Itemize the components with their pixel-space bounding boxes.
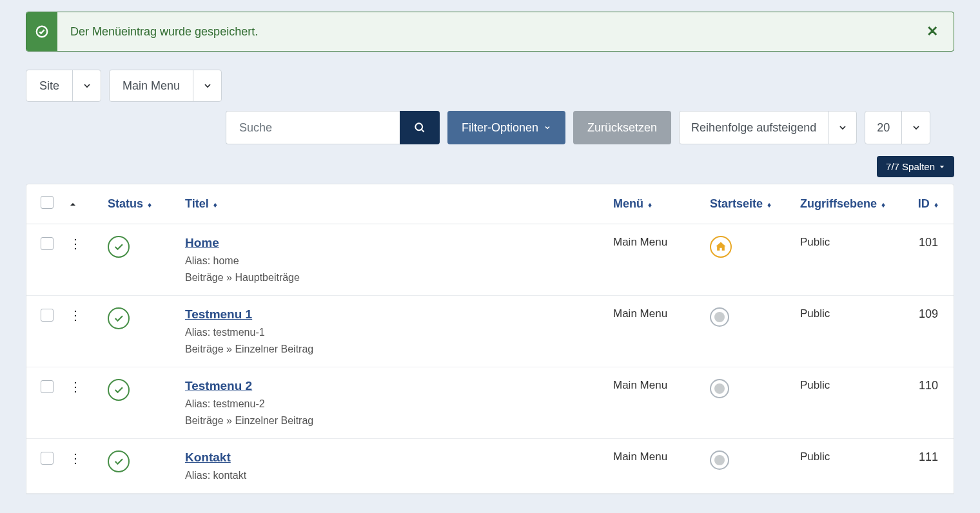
menu-items-table: Status ♦ Titel ♦ Menü ♦ Startseite ♦ Zug… (26, 184, 954, 494)
item-menu: Main Menu (605, 224, 702, 296)
item-alias: Alias: testmenu-2 (185, 398, 598, 410)
chevron-down-icon[interactable] (72, 70, 101, 101)
row-checkbox[interactable] (41, 380, 54, 393)
item-access: Public (792, 224, 908, 296)
item-menu: Main Menu (605, 367, 702, 439)
table-row: ⋮HomeAlias: homeBeiträge » Hauptbeiträge… (26, 224, 954, 296)
item-access: Public (792, 367, 908, 439)
item-id: 110 (908, 367, 954, 439)
perpage-label: 20 (865, 111, 901, 144)
item-id: 101 (908, 224, 954, 296)
header-select-all[interactable] (26, 184, 61, 224)
header-id[interactable]: ID ♦ (908, 184, 954, 224)
client-selector[interactable]: Site (26, 70, 101, 102)
row-actions-menu[interactable]: ⋮ (69, 380, 82, 394)
row-checkbox[interactable] (41, 237, 54, 250)
close-icon[interactable]: ✕ (911, 23, 954, 40)
alert-message: Der Menüeintrag wurde gespeichert. (57, 25, 911, 39)
header-menu[interactable]: Menü ♦ (605, 184, 702, 224)
checkmark-icon (26, 12, 57, 51)
header-order[interactable] (61, 184, 100, 224)
sort-label: Reihenfolge aufsteigend (680, 111, 828, 144)
item-title-link[interactable]: Kontakt (185, 450, 231, 464)
menu-selector[interactable]: Main Menu (109, 70, 222, 102)
item-path: Beiträge » Einzelner Beitrag (185, 344, 598, 355)
item-title-link[interactable]: Home (185, 236, 219, 249)
caret-up-icon (69, 200, 77, 208)
sort-dropdown[interactable]: Reihenfolge aufsteigend (679, 111, 857, 144)
chevron-down-icon[interactable] (193, 70, 221, 101)
table-row: ⋮KontaktAlias: kontaktMain MenuPublic111 (26, 439, 954, 494)
menu-selector-label: Main Menu (110, 70, 193, 101)
status-published-icon[interactable] (108, 236, 130, 258)
header-access[interactable]: Zugriffsebene ♦ (792, 184, 908, 224)
row-checkbox[interactable] (41, 309, 54, 322)
chevron-down-icon (544, 124, 551, 131)
search-button[interactable] (400, 111, 440, 144)
columns-label: 7/7 Spalten (886, 161, 935, 172)
status-published-icon[interactable] (108, 379, 130, 401)
header-status[interactable]: Status ♦ (100, 184, 177, 224)
item-id: 109 (908, 296, 954, 367)
columns-button[interactable]: 7/7 Spalten (877, 156, 954, 177)
perpage-dropdown[interactable]: 20 (865, 111, 930, 144)
filter-options-label: Filter-Optionen (462, 121, 538, 135)
item-menu: Main Menu (605, 439, 702, 494)
search-input[interactable] (226, 111, 400, 144)
row-checkbox[interactable] (41, 452, 54, 465)
status-published-icon[interactable] (108, 450, 130, 472)
row-actions-menu[interactable]: ⋮ (69, 451, 82, 465)
header-title[interactable]: Titel ♦ (177, 184, 605, 224)
item-access: Public (792, 296, 908, 367)
set-home-button[interactable] (710, 379, 729, 398)
success-alert: Der Menüeintrag wurde gespeichert. ✕ (26, 12, 954, 52)
set-home-button[interactable] (710, 307, 729, 327)
chevron-down-icon[interactable] (901, 111, 930, 144)
item-id: 111 (908, 439, 954, 494)
item-title-link[interactable]: Testmenu 2 (185, 379, 252, 392)
set-home-button[interactable] (710, 450, 729, 470)
header-startpage[interactable]: Startseite ♦ (702, 184, 792, 224)
item-path: Beiträge » Hauptbeiträge (185, 272, 598, 284)
reset-button[interactable]: Zurücksetzen (573, 111, 671, 144)
row-actions-menu[interactable]: ⋮ (69, 237, 82, 251)
item-alias: Alias: kontakt (185, 470, 598, 481)
search-icon (413, 121, 426, 134)
item-access: Public (792, 439, 908, 494)
item-alias: Alias: testmenu-1 (185, 327, 598, 338)
home-icon[interactable] (710, 236, 732, 258)
chevron-down-icon (939, 164, 945, 170)
item-title-link[interactable]: Testmenu 1 (185, 307, 252, 321)
search-group (226, 111, 440, 144)
table-row: ⋮Testmenu 2Alias: testmenu-2Beiträge » E… (26, 367, 954, 439)
item-alias: Alias: home (185, 255, 598, 267)
client-selector-label: Site (26, 70, 72, 101)
row-actions-menu[interactable]: ⋮ (69, 308, 82, 322)
item-menu: Main Menu (605, 296, 702, 367)
filter-options-button[interactable]: Filter-Optionen (447, 111, 565, 144)
status-published-icon[interactable] (108, 307, 130, 329)
item-path: Beiträge » Einzelner Beitrag (185, 415, 598, 427)
chevron-down-icon[interactable] (828, 111, 856, 144)
svg-point-1 (415, 123, 422, 130)
table-row: ⋮Testmenu 1Alias: testmenu-1Beiträge » E… (26, 296, 954, 367)
